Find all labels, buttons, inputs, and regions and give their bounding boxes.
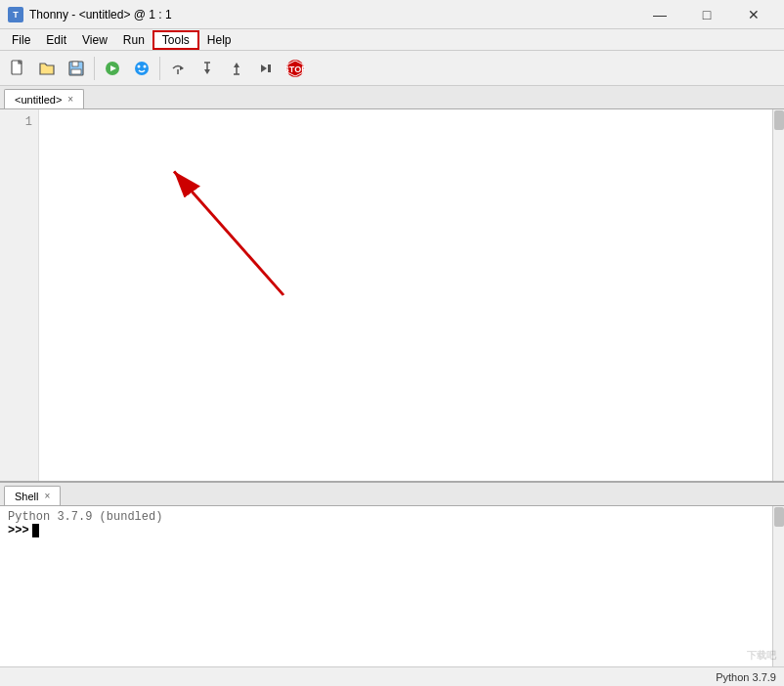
menu-edit[interactable]: Edit xyxy=(38,30,74,50)
menu-run[interactable]: Run xyxy=(115,30,152,50)
new-file-button[interactable] xyxy=(4,55,31,82)
menu-view[interactable]: View xyxy=(74,30,115,50)
minimize-button[interactable]: — xyxy=(637,0,682,29)
svg-point-6 xyxy=(135,62,149,75)
menu-file[interactable]: File xyxy=(4,30,38,50)
title-bar-left: T Thonny - <untitled> @ 1 : 1 xyxy=(8,7,172,22)
window-controls: — □ ✕ xyxy=(637,0,776,29)
editor-area: 1 xyxy=(0,109,784,481)
shell-tab-label: Shell xyxy=(15,491,38,502)
svg-rect-2 xyxy=(72,62,78,66)
editor-tab-label: <untitled> xyxy=(15,94,62,106)
svg-point-8 xyxy=(144,64,147,67)
editor-tab-close[interactable]: × xyxy=(67,94,73,105)
status-bar: Python 3.7.9 xyxy=(0,666,784,686)
svg-marker-15 xyxy=(234,63,240,67)
step-into-button[interactable] xyxy=(194,55,221,82)
main-window: T Thonny - <untitled> @ 1 : 1 — □ ✕ File… xyxy=(0,0,784,686)
shell-content[interactable]: Python 3.7.9 (bundled) >>> xyxy=(0,506,772,666)
shell-prompt-line: >>> xyxy=(8,524,764,537)
editor-scrollbar-v[interactable] xyxy=(772,109,784,481)
shell-tab[interactable]: Shell × xyxy=(4,486,61,505)
editor-tab-bar: <untitled> × xyxy=(0,86,784,109)
stop-button[interactable]: STOP xyxy=(282,55,309,82)
line-numbers: 1 xyxy=(0,109,39,481)
debug-button[interactable] xyxy=(128,55,155,82)
toolbar: STOP xyxy=(0,51,784,86)
shell-version-text: Python 3.7.9 (bundled) xyxy=(8,510,764,524)
shell-tab-bar: Shell × xyxy=(0,483,784,506)
step-out-button[interactable] xyxy=(223,55,250,82)
menu-bar: File Edit View Run Tools Help xyxy=(0,29,784,51)
shell-body: Python 3.7.9 (bundled) >>> xyxy=(0,506,784,666)
svg-rect-3 xyxy=(71,69,81,74)
svg-point-7 xyxy=(138,64,141,67)
resume-button[interactable] xyxy=(252,55,280,82)
run-button[interactable] xyxy=(99,55,126,82)
editor-content[interactable] xyxy=(39,109,772,481)
python-version-status: Python 3.7.9 xyxy=(716,671,776,683)
window-title: Thonny - <untitled> @ 1 : 1 xyxy=(29,8,172,21)
save-file-button[interactable] xyxy=(63,55,90,82)
step-over-button[interactable] xyxy=(164,55,192,82)
title-bar: T Thonny - <untitled> @ 1 : 1 — □ ✕ xyxy=(0,0,784,29)
menu-tools[interactable]: Tools xyxy=(152,30,199,50)
maximize-button[interactable]: □ xyxy=(684,0,729,29)
open-file-button[interactable] xyxy=(33,55,61,82)
line-number-1: 1 xyxy=(0,113,38,131)
svg-text:STOP: STOP xyxy=(285,64,305,74)
menu-help[interactable]: Help xyxy=(199,30,240,50)
editor-tab-untitled[interactable]: <untitled> × xyxy=(4,89,84,108)
shell-scrollbar-thumb[interactable] xyxy=(774,507,784,527)
close-button[interactable]: ✕ xyxy=(731,0,776,29)
svg-marker-12 xyxy=(204,69,210,74)
shell-area: Shell × Python 3.7.9 (bundled) >>> xyxy=(0,481,784,666)
toolbar-sep-2 xyxy=(159,57,160,80)
shell-tab-close[interactable]: × xyxy=(44,491,50,501)
shell-scrollbar-v[interactable] xyxy=(772,506,784,666)
app-icon: T xyxy=(8,7,23,22)
svg-rect-18 xyxy=(268,64,271,72)
editor-scrollbar-thumb[interactable] xyxy=(774,110,784,130)
shell-cursor xyxy=(32,524,39,537)
toolbar-sep-1 xyxy=(94,57,95,80)
shell-prompt: >>> xyxy=(8,524,29,537)
svg-marker-17 xyxy=(261,64,267,72)
